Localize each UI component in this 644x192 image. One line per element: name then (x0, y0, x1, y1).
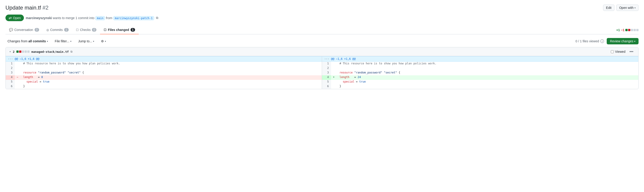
line-content (15, 66, 322, 71)
diff-line-add: 4 + length = 24 (322, 75, 638, 80)
edit-button[interactable]: Edit (603, 4, 614, 11)
line-num: 4 (322, 75, 331, 80)
line-num: 6 (6, 84, 15, 89)
file-filter-chevron: ▾ (70, 40, 72, 42)
open-with-chevron-icon: ▾ (634, 6, 636, 9)
diff-line: 3 resource "random_password" "secret" { (322, 71, 638, 75)
line-num: 1 (322, 62, 331, 66)
review-changes-button[interactable]: Review changes ▾ (607, 38, 638, 44)
conversation-icon: 💬 (9, 28, 13, 32)
diff-toolbar-left: Changes from all commits ▾ File filter..… (6, 38, 108, 44)
diff-side-right: ··· @@ −1,6 +1,6 @@ 1 # This resource he… (322, 56, 638, 89)
diff-line: 3 resource "random_password" "secret" { (6, 71, 322, 75)
changes-from-button[interactable]: Changes from all commits ▾ (6, 38, 50, 44)
commits-count: 1 (64, 28, 69, 32)
merge-icon: ⇄ (9, 16, 12, 20)
collapse-button[interactable]: ▾ (9, 50, 11, 53)
hunk-range-left: @@ −1,6 +1,6 @@ (15, 57, 39, 60)
tab-conversation[interactable]: 💬 Conversation 0 (6, 26, 43, 34)
info-icon[interactable]: i (600, 39, 604, 43)
diff-container: ▾ 2 managed-stack/main.tf ⧉ Viewed ••• (6, 47, 638, 89)
conversation-count: 0 (34, 28, 39, 32)
line-content: − length = 8 (15, 75, 322, 80)
diff-line: 1 # This resource here is to show you ho… (6, 62, 322, 66)
line-content: # This resource here is to show you how … (331, 62, 638, 66)
file-change-count: 2 (13, 50, 14, 54)
diff-file-header-left: ▾ 2 managed-stack/main.tf ⧉ (9, 50, 72, 54)
settings-chevron: ▾ (105, 40, 106, 42)
additions-stat: +1 (616, 28, 620, 32)
pr-description: marcinwyszynski wants to merge 1 commit … (26, 16, 154, 20)
hunk-header-left: ··· @@ −1,6 +1,6 @@ (6, 56, 322, 62)
files-count: 1 (130, 28, 135, 32)
line-content: + length = 24 (331, 75, 638, 80)
changes-from-chevron: ▾ (47, 40, 48, 42)
expand-icon-right[interactable]: ··· (324, 57, 329, 60)
diff-file-header: ▾ 2 managed-stack/main.tf ⧉ Viewed ••• (6, 47, 638, 56)
header-actions: Edit Open with ▾ (603, 4, 638, 11)
mini-block-add (16, 50, 19, 53)
line-num: 3 (6, 71, 15, 75)
diff-line-del: 4 − length = 8 (6, 75, 322, 80)
hunk-header-right: ··· @@ −1,6 +1,6 @@ (322, 56, 638, 62)
deletions-stat: −1 (621, 28, 624, 32)
line-num: 6 (322, 84, 331, 89)
gear-icon: ⚙ (101, 39, 104, 43)
copy-filename-icon[interactable]: ⧉ (70, 50, 72, 53)
stat-block-add (625, 29, 628, 31)
diff-toolbar-right: 0 / 1 files viewed i Review changes ▾ (576, 38, 638, 44)
file-options-button[interactable]: ••• (628, 49, 635, 54)
line-num: 3 (322, 71, 331, 75)
diff-line: 5 special = true (6, 80, 322, 84)
line-content: special = true (15, 80, 322, 84)
tabs-bar: 💬 Conversation 0 ◎ Commits 1 ☐ Checks 0 … (6, 26, 638, 34)
stat-block-del (628, 29, 630, 31)
diff-side-left: ··· @@ −1,6 +1,6 @@ 1 # This resource he… (6, 56, 322, 89)
stat-block-neutral-1 (631, 29, 633, 31)
viewed-checkbox[interactable] (611, 50, 614, 53)
head-branch-tag: marcinwyszynski-patch-1 (113, 16, 154, 20)
tab-commits[interactable]: ◎ Commits 1 (43, 26, 72, 34)
line-content: special = true (331, 80, 638, 84)
settings-button[interactable]: ⚙ ▾ (99, 38, 108, 44)
review-changes-chevron: ▾ (634, 40, 635, 42)
diff-line: 6 } (322, 84, 638, 89)
line-num: 2 (6, 66, 15, 71)
author-name: marcinwyszynski (26, 16, 52, 20)
diff-file-header-right: Viewed ••• (611, 49, 635, 54)
split-diff: ··· @@ −1,6 +1,6 @@ 1 # This resource he… (6, 56, 638, 89)
files-icon: ☐ (104, 28, 106, 32)
line-content: # This resource here is to show you how … (15, 62, 322, 66)
diff-line: 2 (322, 66, 638, 71)
commits-icon: ◎ (46, 28, 49, 32)
diff-line: 1 # This resource here is to show you ho… (322, 62, 638, 66)
line-num: 2 (322, 66, 331, 71)
stat-block-neutral-3 (636, 29, 638, 31)
pr-meta: ⇄ Open marcinwyszynski wants to merge 1 … (6, 14, 638, 21)
tab-files-changed[interactable]: ☐ Files changed 1 (100, 26, 138, 34)
line-content (331, 66, 638, 71)
filename: managed-stack/main.tf (32, 50, 69, 54)
jump-to-button[interactable]: Jump to... ▾ (76, 38, 96, 44)
copy-branch-icon[interactable]: ⧉ (156, 16, 158, 20)
line-content: } (15, 84, 322, 89)
base-branch-tag: main (95, 16, 105, 20)
pr-title: Update main.tf #2 (6, 4, 48, 11)
line-num: 5 (322, 80, 331, 84)
viewed-checkbox-label[interactable]: Viewed (611, 50, 626, 54)
expand-icon[interactable]: ··· (8, 57, 13, 60)
line-num: 5 (6, 80, 15, 84)
mini-block-neutral-2 (24, 50, 27, 53)
mini-block-del (19, 50, 22, 53)
file-stat-mini (16, 50, 30, 53)
checks-count: 0 (92, 28, 96, 32)
diff-stats-summary: +1 −1 (616, 28, 638, 32)
stat-block-neutral-2 (634, 29, 636, 31)
open-with-button[interactable]: Open with ▾ (616, 4, 638, 11)
file-filter-button[interactable]: File filter... ▾ (53, 38, 74, 44)
tab-checks[interactable]: ☐ Checks 0 (72, 26, 100, 34)
mini-block-neutral-3 (27, 50, 30, 53)
hunk-range-right: @@ −1,6 +1,6 @@ (331, 57, 356, 60)
line-num: 4 (6, 75, 15, 80)
diff-toolbar: Changes from all commits ▾ File filter..… (6, 38, 638, 44)
